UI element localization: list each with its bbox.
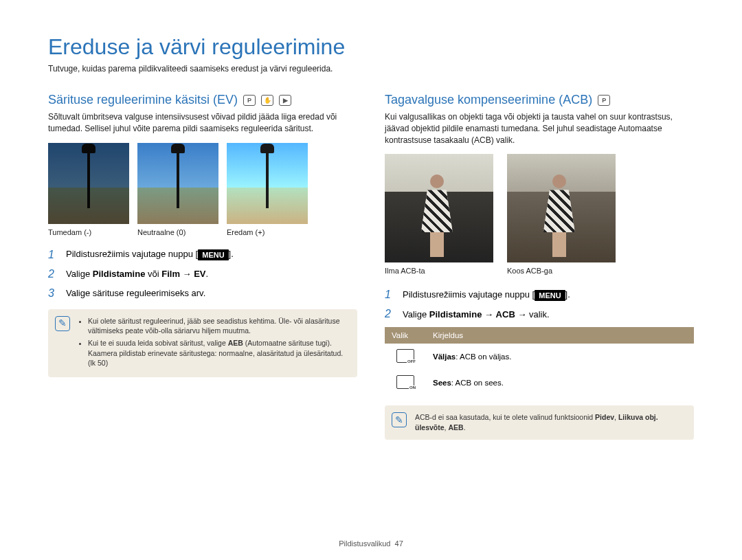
page-footer: Pildistusvalikud 47 [0,539,742,548]
note-text: ACB-d ei saa kasutada, kui te olete vali… [415,412,686,432]
ev-step-1: 1 Pildistusrežiimis vajutage nuppu [MENU… [48,249,357,261]
step-text: Valige särituse reguleerimiseks arv. [66,288,205,298]
step-text: Pildistusrežiimis vajutage nuppu [MENU]. [403,289,570,301]
ev-step-3: 3 Valige särituse reguleerimiseks arv. [48,287,357,300]
caption-neutral: Neutraalne (0) [137,228,218,236]
acb-options-table: Valik Kirjeldus Väljas: ACB on väljas. S… [385,327,694,396]
ev-steps: 1 Pildistusrežiimis vajutage nuppu [MENU… [48,249,357,300]
ev-step-2: 2 Valige Pildistamine või Film → EV. [48,268,357,280]
table-header-option: Valik [385,327,426,344]
mode-icon-video: ▶ [279,95,291,106]
step-text: Valige Pildistamine → ACB → valik. [403,309,550,320]
mode-icon-p: P [243,95,256,106]
acb-steps: 1 Pildistusrežiimis vajutage nuppu [MENU… [385,289,694,320]
caption-no-acb: Ilma ACB-ta [385,267,493,275]
section-heading-ev: Särituse reguleerimine käsitsi (EV) P ✋ … [48,93,357,107]
option-text: : ACB on sees. [451,379,504,387]
left-column: Särituse reguleerimine käsitsi (EV) P ✋ … [48,93,357,440]
step-number: 3 [48,287,59,300]
caption-bright: Eredam (+) [227,228,308,236]
section-heading-acb-text: Tagavalguse kompenseerimine (ACB) [385,93,592,107]
note-item: Kui te ei suuda leida sobivat säritust, … [88,338,349,368]
note-box-acb: ✎ ACB-d ei saa kasutada, kui te olete va… [385,405,694,439]
note-icon: ✎ [392,412,407,427]
mode-icon-hand: ✋ [261,95,273,106]
note-box-ev: ✎ Kui olete säritust reguleerinud, jääb … [48,309,357,377]
example-image-no-acb [385,154,493,262]
acb-step-1: 1 Pildistusrežiimis vajutage nuppu [MENU… [385,289,694,301]
footer-page-number: 47 [395,539,403,548]
example-image-dark [48,143,129,224]
footer-section: Pildistusvalikud [339,539,390,548]
option-label: Sees [433,379,451,387]
table-header-desc: Kirjeldus [426,327,694,344]
option-label: Väljas [433,352,456,361]
menu-button-badge: MENU [535,290,565,301]
table-row: Sees: ACB on sees. [385,370,694,396]
table-row: Väljas: ACB on väljas. [385,344,694,370]
right-column: Tagavalguse kompenseerimine (ACB) P Kui … [385,93,694,440]
option-text: : ACB on väljas. [456,352,511,361]
step-text: Pildistusrežiimis vajutage nuppu [MENU]. [66,249,234,260]
step-number: 2 [48,268,59,280]
example-image-with-acb [507,154,616,262]
acb-examples [385,154,694,262]
caption-dark: Tumedam (-) [48,228,129,236]
section-desc-acb: Kui valgusallikas on objekti taga või ob… [385,111,694,146]
mode-icon-p: P [598,95,610,106]
acb-on-icon [396,375,414,389]
step-number: 1 [48,249,59,261]
note-item: Kui olete säritust reguleerinud, jääb se… [88,316,349,336]
step-number: 1 [385,289,396,301]
page-title: Ereduse ja värvi reguleerimine [48,34,694,60]
step-number: 2 [385,308,396,320]
exposure-examples [48,143,357,224]
step-text: Valige Pildistamine või Film → EV. [66,269,208,279]
example-image-neutral [137,143,218,224]
section-desc-ev: Sõltuvalt ümbritseva valguse intensiivsu… [48,111,357,135]
section-heading-ev-text: Särituse reguleerimine käsitsi (EV) [48,93,238,107]
acb-step-2: 2 Valige Pildistamine → ACB → valik. [385,308,694,320]
section-heading-acb: Tagavalguse kompenseerimine (ACB) P [385,93,694,107]
caption-with-acb: Koos ACB-ga [507,267,616,275]
acb-off-icon [396,349,414,363]
menu-button-badge: MENU [198,249,228,260]
page-subtitle: Tutvuge, kuidas parema pildikvaliteedi s… [48,64,694,74]
note-icon: ✎ [55,316,70,331]
example-image-bright [227,143,308,224]
